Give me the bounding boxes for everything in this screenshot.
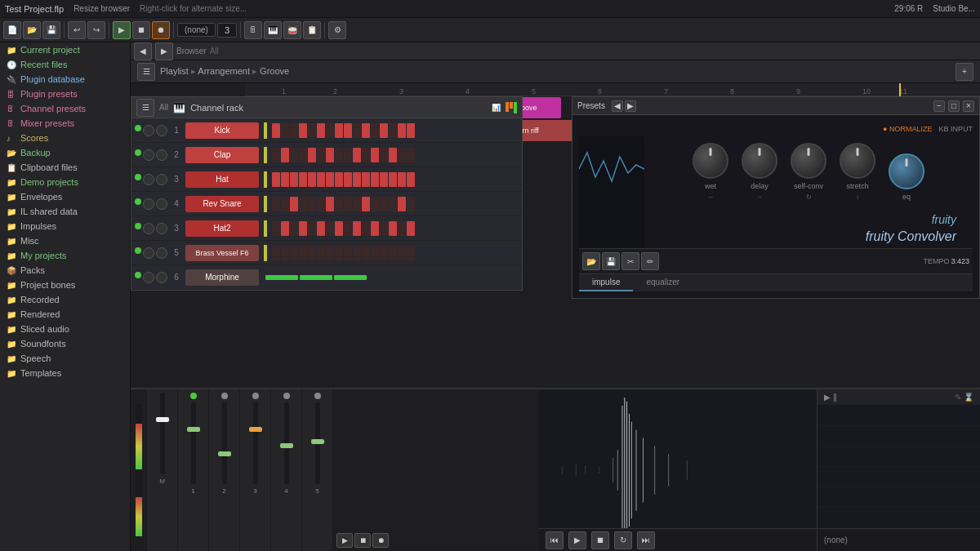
cr-step[interactable] [290, 197, 298, 211]
cr-note-1[interactable] [265, 275, 298, 280]
cr-step[interactable] [389, 246, 397, 260]
sidebar-item-speech[interactable]: 📁 Speech [0, 351, 130, 366]
cr-knob-kick[interactable] [143, 125, 154, 136]
cr-step[interactable] [353, 148, 361, 162]
sidebar-item-soundfonts[interactable]: 📁 Soundfonts [0, 336, 130, 351]
toolbar-settings[interactable]: ⚙ [328, 21, 346, 39]
cr-step[interactable] [290, 172, 298, 187]
cr-step[interactable] [371, 172, 379, 187]
cr-step[interactable] [380, 148, 388, 162]
wf-stop-btn[interactable]: ⏹ [591, 531, 609, 549]
browser-back[interactable]: ◀ [134, 42, 152, 60]
cr-step[interactable] [290, 221, 298, 236]
cr-step[interactable] [281, 172, 289, 187]
cr-led-revsnare[interactable] [135, 198, 141, 205]
cr-step[interactable] [353, 123, 361, 138]
cr-step[interactable] [335, 172, 343, 187]
wf-loop-btn[interactable]: ↻ [614, 531, 632, 549]
cr-led-brass[interactable] [135, 247, 141, 254]
sidebar-item-mixer-presets[interactable]: 🎚 Mixer presets [0, 116, 130, 131]
cr-step[interactable] [398, 123, 406, 138]
cr-step[interactable] [326, 172, 334, 187]
ch3-led[interactable] [252, 393, 259, 399]
cr-step[interactable] [380, 123, 388, 138]
toolbar-redo[interactable]: ↪ [87, 21, 105, 39]
cr-step[interactable] [308, 148, 316, 162]
cr-step[interactable] [317, 123, 325, 138]
cr-step[interactable] [407, 246, 415, 260]
sidebar-item-project-bones[interactable]: 📁 Project bones [0, 278, 130, 292]
cr-step[interactable] [299, 197, 307, 211]
cr-step[interactable] [407, 172, 415, 187]
cr-knob-hat[interactable] [143, 174, 154, 185]
cr-step[interactable] [380, 172, 388, 187]
cr-step[interactable] [335, 246, 343, 260]
cr-pan-clap[interactable] [156, 149, 167, 161]
cr-step[interactable] [362, 221, 370, 236]
transport-rec[interactable]: ⏺ [372, 533, 389, 548]
cp-next-btn[interactable]: ▶ [625, 100, 636, 112]
cr-step[interactable] [344, 123, 352, 138]
cr-led-hat[interactable] [135, 174, 141, 180]
cp-tab-equalizer[interactable]: equalizer [633, 274, 693, 291]
cr-step[interactable] [272, 172, 280, 187]
toolbar-play[interactable]: ▶ [113, 21, 131, 39]
bpm-display[interactable]: (none) [177, 23, 216, 37]
cr-name-kick[interactable]: Kick [185, 122, 259, 139]
ch5-led[interactable] [314, 393, 321, 399]
toolbar-channel-rack[interactable]: 🥁 [283, 21, 301, 39]
cr-led-morphine[interactable] [135, 272, 141, 278]
cp-toolbar-edit[interactable]: ✏ [641, 252, 659, 270]
cr-pan-kick[interactable] [156, 125, 167, 136]
cr-knob-clap[interactable] [143, 149, 154, 161]
cr-step[interactable] [344, 148, 352, 162]
cr-led-clap[interactable] [135, 149, 141, 156]
cr-knob-brass[interactable] [143, 247, 154, 259]
sidebar-item-sliced-audio[interactable]: 📁 Sliced audio [0, 322, 130, 336]
cr-menu-btn[interactable]: ☰ [136, 99, 154, 117]
cr-knob-hat2[interactable] [143, 223, 154, 234]
cr-step[interactable] [362, 197, 370, 211]
sidebar-item-recorded[interactable]: 📁 Recorded [0, 292, 130, 307]
cr-step[interactable] [398, 172, 406, 187]
cr-step[interactable] [299, 172, 307, 187]
wf-prev-btn[interactable]: ⏮ [546, 531, 564, 549]
sidebar-item-backup[interactable]: 📂 Backup [0, 145, 130, 160]
cr-step[interactable] [290, 123, 298, 138]
cr-name-brass[interactable]: Brass Vessel F6 [185, 245, 259, 261]
cr-knob-morphine[interactable] [143, 272, 154, 283]
cr-step[interactable] [299, 123, 307, 138]
cr-name-hat[interactable]: Hat [185, 171, 259, 188]
sidebar-item-plugin-presets[interactable]: 🎛 Plugin presets [0, 87, 130, 101]
cr-step[interactable] [371, 123, 379, 138]
cr-step[interactable] [290, 148, 298, 162]
cr-step[interactable] [326, 148, 334, 162]
ch1-led[interactable] [190, 393, 197, 399]
cr-step[interactable] [281, 148, 289, 162]
cr-step[interactable] [344, 172, 352, 187]
cr-step[interactable] [371, 221, 379, 236]
toolbar-record[interactable]: ⏺ [152, 21, 170, 39]
cr-step[interactable] [407, 123, 415, 138]
sidebar-item-impulses[interactable]: 📁 Impulses [0, 219, 130, 233]
cr-step[interactable] [407, 197, 415, 211]
cr-step[interactable] [281, 246, 289, 260]
sidebar-item-plugin-database[interactable]: 🔌 Plugin database [0, 72, 130, 87]
cr-step[interactable] [272, 148, 280, 162]
cr-step[interactable] [398, 246, 406, 260]
cr-step[interactable] [272, 221, 280, 236]
cr-step[interactable] [398, 148, 406, 162]
cr-pan-hat2[interactable] [156, 223, 167, 234]
toolbar-new[interactable]: 📄 [3, 21, 21, 39]
cr-pan-morphine[interactable] [156, 272, 167, 283]
cr-step[interactable] [326, 197, 334, 211]
cr-step[interactable] [335, 123, 343, 138]
cr-name-morphine[interactable]: Morphine [185, 269, 259, 286]
ch4-led[interactable] [283, 393, 290, 399]
sidebar-item-clipboard[interactable]: 📋 Clipboard files [0, 160, 130, 175]
cr-pan-brass[interactable] [156, 247, 167, 259]
cr-step[interactable] [344, 246, 352, 260]
cr-step[interactable] [407, 221, 415, 236]
cr-step[interactable] [398, 197, 406, 211]
cr-step[interactable] [317, 246, 325, 260]
